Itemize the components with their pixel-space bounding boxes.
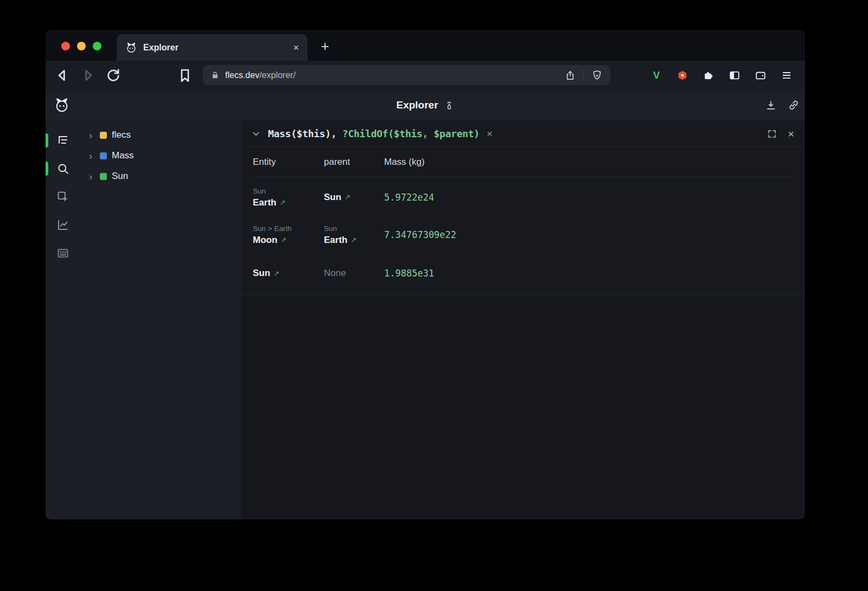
expand-chevron-icon[interactable]: › <box>89 171 98 182</box>
download-icon[interactable] <box>765 99 777 111</box>
zoom-window-button[interactable] <box>93 42 101 50</box>
parent-parent-path: Sun <box>324 223 384 234</box>
minimize-window-button[interactable] <box>77 42 86 50</box>
tree-item-flecs[interactable]: › flecs <box>80 125 241 145</box>
query-results-table: Entity parent Mass (kg) Sun Earth ↗ <box>241 147 805 295</box>
forward-button[interactable] <box>79 67 97 84</box>
entity-link[interactable]: Moon ↗ <box>253 235 324 246</box>
entity-color-swatch <box>100 173 107 180</box>
parent-name: Sun <box>324 192 341 203</box>
close-window-button[interactable] <box>61 42 70 50</box>
inspector-icon[interactable] <box>56 190 69 203</box>
flecs-logo-icon[interactable] <box>54 97 70 113</box>
table-header-row: Entity parent Mass (kg) <box>253 147 793 177</box>
open-entity-icon[interactable]: ↗ <box>279 198 285 207</box>
expand-chevron-icon[interactable]: › <box>89 151 98 161</box>
tree-item-label: Sun <box>112 171 128 182</box>
divider <box>583 69 584 81</box>
mass-value: 7.34767309e22 <box>384 229 793 240</box>
parent-link[interactable]: Sun ↗ <box>324 192 384 203</box>
brave-shield-icon[interactable] <box>591 69 603 81</box>
entity-name: Moon <box>253 235 277 246</box>
mass-value: 5.9722e24 <box>384 192 793 203</box>
content-area: › flecs › Mass › Sun Mass($this), ?Chi <box>46 120 805 519</box>
icon-rail <box>46 120 80 519</box>
component-color-swatch <box>100 152 107 159</box>
query-header: Mass($this), ?ChildOf($this, $parent) × … <box>241 120 805 147</box>
open-entity-icon[interactable]: ↗ <box>350 236 356 244</box>
stats-chart-icon[interactable] <box>56 219 69 232</box>
commands-table-icon[interactable] <box>56 247 69 260</box>
query-panel: Mass($this), ?ChildOf($this, $parent) × … <box>241 120 805 519</box>
query-panel-empty-area <box>241 295 805 519</box>
header-actions <box>765 99 800 111</box>
active-panel-indicator <box>46 133 48 147</box>
parent-none: None <box>324 268 384 279</box>
entity-link[interactable]: Sun ↗ <box>253 268 324 279</box>
open-entity-icon[interactable]: ↗ <box>280 236 286 244</box>
table-row: Sun Earth ↗ Sun ↗ 5.9722e24 <box>253 177 793 217</box>
tab-title: Explorer <box>143 43 178 53</box>
bookmark-icon[interactable] <box>176 67 194 84</box>
entity-name: Sun <box>253 268 270 279</box>
mass-value: 1.9885e31 <box>384 268 793 279</box>
extension-icons: V <box>650 69 793 81</box>
vue-devtools-icon[interactable]: V <box>650 69 662 81</box>
app-header: Explorer <box>46 89 805 120</box>
active-panel-indicator <box>46 162 48 176</box>
wallet-icon[interactable] <box>755 69 767 81</box>
entity-link[interactable]: Earth ↗ <box>253 197 324 208</box>
parent-cell: None <box>324 268 384 279</box>
navigation-bar: flecs.dev/explorer/ V <box>46 61 805 89</box>
tree-panel-icon[interactable] <box>56 134 69 147</box>
sidebar-toggle-icon[interactable] <box>729 69 741 81</box>
back-button[interactable] <box>54 67 71 84</box>
entity-tree-panel: › flecs › Mass › Sun <box>80 120 241 519</box>
expand-panel-icon[interactable] <box>767 129 777 139</box>
entity-cell: Sun Earth ↗ <box>253 186 324 208</box>
flecs-favicon-icon <box>125 42 137 54</box>
table-row: Sun ↗ None 1.9885e31 <box>253 252 793 294</box>
entity-parent-path: Sun <box>253 186 324 197</box>
extensions-puzzle-icon[interactable] <box>703 69 714 81</box>
query-expression[interactable]: Mass($this), ?ChildOf($this, $parent) <box>268 128 480 139</box>
tree-item-label: flecs <box>112 130 131 140</box>
expand-chevron-icon[interactable]: › <box>89 130 98 140</box>
page-title: Explorer <box>396 99 438 111</box>
browser-window: Explorer × + flecs.dev/ex <box>46 30 805 519</box>
parent-cell: Sun Earth ↗ <box>324 223 384 245</box>
url-bar[interactable]: flecs.dev/explorer/ <box>203 65 610 85</box>
open-entity-icon[interactable]: ↗ <box>344 193 350 201</box>
column-header-mass: Mass (kg) <box>384 157 793 168</box>
tree-item-mass[interactable]: › Mass <box>80 145 241 166</box>
parent-link[interactable]: Earth ↗ <box>324 235 384 246</box>
open-entity-icon[interactable]: ↗ <box>273 269 279 278</box>
lock-icon <box>210 70 220 80</box>
page-title-group: Explorer <box>46 99 805 111</box>
url-domain: flecs.dev <box>225 70 259 80</box>
tree-item-label: Mass <box>112 150 134 161</box>
hexagon-extension-icon[interactable] <box>676 69 688 81</box>
traffic-lights <box>61 42 101 50</box>
share-icon[interactable] <box>565 70 576 81</box>
new-tab-button[interactable]: + <box>316 37 334 55</box>
parent-cell: Sun ↗ <box>324 192 384 203</box>
close-panel-icon[interactable]: × <box>788 129 794 139</box>
tab-close-icon[interactable]: × <box>293 43 299 53</box>
column-header-parent: parent <box>324 157 384 168</box>
menu-hamburger-icon[interactable] <box>781 69 793 81</box>
collapse-chevron-icon[interactable] <box>252 130 260 138</box>
reload-button[interactable] <box>105 67 122 84</box>
entity-parent-path: Sun > Earth <box>253 223 324 234</box>
table-row: Sun > Earth Moon ↗ Sun Earth ↗ 7.3476 <box>253 217 793 252</box>
query-search-icon[interactable] <box>56 162 69 175</box>
browser-tab[interactable]: Explorer × <box>117 34 308 61</box>
query-segment: Mass($this), <box>268 128 342 139</box>
link-icon[interactable] <box>788 99 800 111</box>
tree-item-sun[interactable]: › Sun <box>80 166 241 187</box>
url-path: /explorer/ <box>259 70 296 80</box>
clear-query-icon[interactable]: × <box>487 129 493 139</box>
module-color-swatch <box>100 132 107 139</box>
entity-cell: Sun ↗ <box>253 268 324 279</box>
entity-name: Earth <box>253 197 276 208</box>
